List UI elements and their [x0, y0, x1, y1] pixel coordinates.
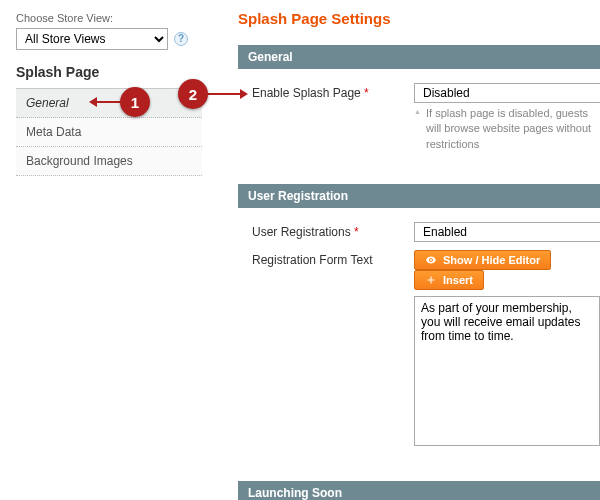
sidebar-item-background[interactable]: Background Images: [16, 147, 202, 176]
enable-splash-note: If splash page is disabled, guests will …: [414, 106, 600, 152]
plus-icon: [425, 274, 437, 286]
sidebar-item-label: Meta Data: [26, 125, 81, 139]
reg-form-text-label: Registration Form Text: [252, 250, 414, 267]
sidebar-item-label: Background Images: [26, 154, 133, 168]
section-header-launching: Launching Soon: [238, 481, 600, 500]
section-header-general: General: [238, 45, 600, 69]
store-view-select[interactable]: All Store Views: [16, 28, 168, 50]
show-hide-editor-button[interactable]: Show / Hide Editor: [414, 250, 551, 270]
enable-splash-label: Enable Splash Page *: [252, 83, 414, 100]
help-icon[interactable]: ?: [174, 32, 188, 46]
insert-button[interactable]: Insert: [414, 270, 484, 290]
annotation-badge-2: 2: [178, 79, 208, 109]
store-view-label: Choose Store View:: [16, 12, 202, 24]
sidebar-item-label: General: [26, 96, 69, 110]
annotation-badge-1: 1: [120, 87, 150, 117]
sidebar-item-meta[interactable]: Meta Data: [16, 118, 202, 147]
section-header-userreg: User Registration: [238, 184, 600, 208]
user-reg-label: User Registrations *: [252, 222, 414, 239]
annotation-arrow-2: [207, 93, 241, 95]
reg-form-textarea[interactable]: [414, 296, 600, 446]
sidebar-title: Splash Page: [16, 64, 202, 80]
annotation-arrow-1: [96, 101, 122, 103]
user-reg-select[interactable]: Enabled: [414, 222, 600, 242]
enable-splash-select[interactable]: Disabled: [414, 83, 600, 103]
sidebar-item-general[interactable]: General: [16, 89, 202, 118]
page-title: Splash Page Settings: [238, 10, 600, 27]
eye-icon: [425, 254, 437, 266]
